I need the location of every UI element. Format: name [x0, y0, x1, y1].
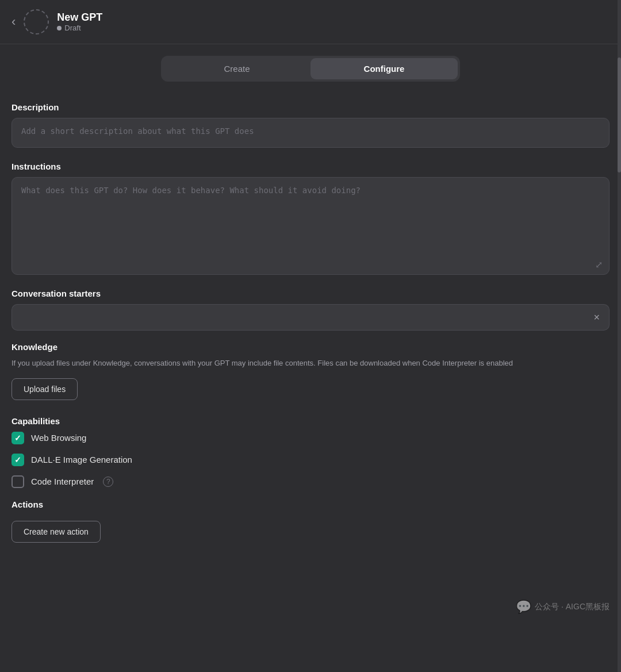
- dalle-checkbox[interactable]: [12, 454, 24, 466]
- code-interpreter-label: Code Interpreter: [31, 477, 94, 486]
- scrollbar-thumb[interactable]: [618, 57, 621, 172]
- status-label: Draft: [64, 24, 80, 32]
- description-label: Description: [12, 102, 610, 112]
- capability-web-browsing: Web Browsing: [12, 432, 610, 444]
- scrollbar-track: [618, 0, 621, 672]
- code-interpreter-help-icon[interactable]: ?: [103, 477, 113, 487]
- main-content: Description Instructions ⤢ Conversation …: [0, 102, 621, 560]
- tab-switcher: Create Configure: [161, 56, 460, 82]
- starter-wrapper: ×: [12, 304, 610, 331]
- actions-section: Actions Create new action: [12, 500, 610, 543]
- header-status: Draft: [57, 24, 102, 32]
- code-interpreter-checkbox[interactable]: [12, 475, 24, 488]
- dalle-label: DALL·E Image Generation: [31, 455, 132, 464]
- knowledge-description: If you upload files under Knowledge, con…: [12, 358, 610, 369]
- avatar[interactable]: [24, 9, 49, 34]
- instructions-label: Instructions: [12, 162, 610, 171]
- capability-code-interpreter: Code Interpreter ?: [12, 475, 610, 488]
- wechat-icon: 💬: [516, 600, 531, 615]
- watermark: 💬 公众号 · AIGC黑板报: [516, 600, 610, 615]
- web-browsing-checkbox[interactable]: [12, 432, 24, 444]
- status-dot-icon: [57, 26, 62, 30]
- expand-icon[interactable]: ⤢: [595, 259, 603, 270]
- starter-clear-button[interactable]: ×: [584, 304, 610, 331]
- header-info: New GPT Draft: [57, 11, 102, 32]
- actions-label: Actions: [12, 500, 610, 509]
- upload-files-button[interactable]: Upload files: [12, 378, 78, 400]
- watermark-text: 公众号 · AIGC黑板报: [535, 602, 610, 612]
- conversation-starters-label: Conversation starters: [12, 289, 610, 298]
- create-action-button[interactable]: Create new action: [12, 521, 101, 543]
- description-input[interactable]: [12, 118, 610, 148]
- tab-container: Create Configure: [0, 44, 621, 91]
- instructions-wrapper: ⤢: [12, 177, 610, 277]
- back-button[interactable]: ‹: [12, 16, 16, 28]
- conversation-starter-input[interactable]: [12, 304, 584, 331]
- web-browsing-label: Web Browsing: [31, 433, 86, 443]
- tab-configure[interactable]: Configure: [310, 58, 458, 79]
- capability-dalle: DALL·E Image Generation: [12, 454, 610, 466]
- page-title: New GPT: [57, 11, 102, 24]
- tab-create[interactable]: Create: [163, 58, 310, 79]
- capabilities-label: Capabilities: [12, 416, 610, 426]
- knowledge-label: Knowledge: [12, 342, 610, 352]
- header: ‹ New GPT Draft: [0, 0, 621, 44]
- instructions-input[interactable]: [12, 177, 610, 275]
